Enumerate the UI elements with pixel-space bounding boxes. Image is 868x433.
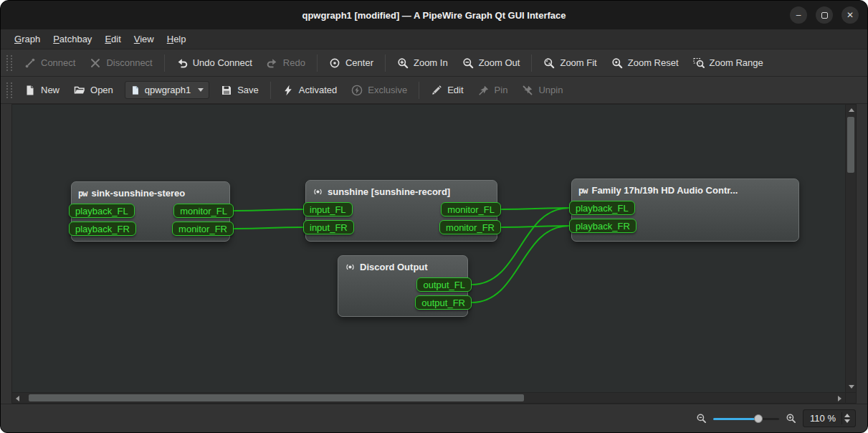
menu-edit[interactable]: Edit — [98, 31, 127, 47]
horizontal-scrollbar[interactable] — [12, 392, 845, 403]
edit-label: Edit — [447, 85, 463, 95]
zoom-reset-label: Zoom Reset — [628, 57, 679, 68]
save-label: Save — [237, 85, 259, 95]
scroll-left-button[interactable] — [12, 393, 23, 404]
port-in-input_FL[interactable]: input_FL — [303, 202, 353, 217]
horizontal-scroll-thumb[interactable] — [29, 394, 524, 401]
toolbar-drag-handle[interactable] — [6, 55, 12, 71]
center-label: Center — [345, 57, 373, 68]
center-button[interactable]: Center — [323, 54, 380, 72]
port-in-playback_FL[interactable]: playback_FL — [69, 204, 135, 218]
pin-icon — [478, 85, 490, 96]
toolbar-separator — [164, 54, 165, 72]
port-in-input_FR[interactable]: input_FR — [303, 220, 354, 234]
port-out-output_FL[interactable]: output_FL — [416, 277, 472, 292]
spin-up-icon[interactable] — [844, 414, 850, 417]
zoom-slider-handle[interactable] — [754, 414, 763, 423]
center-icon — [329, 57, 340, 69]
vertical-scroll-thumb[interactable] — [847, 117, 854, 173]
node-title: Discord Output — [360, 262, 428, 272]
new-file-icon — [24, 85, 36, 96]
spin-down-icon[interactable] — [844, 419, 850, 423]
redo-button[interactable]: Redo — [260, 54, 312, 72]
graph-node-family-hd-audio[interactable]: pwFamily 17h/19h HD Audio Contr...playba… — [571, 179, 799, 242]
zoom-out-button[interactable]: Zoom Out — [456, 54, 527, 72]
activated-button[interactable]: Activated — [276, 81, 343, 100]
exclusive-label: Exclusive — [368, 85, 407, 95]
port-out-monitor_FL[interactable]: monitor_FL — [441, 202, 501, 217]
connection-edge[interactable] — [234, 227, 303, 229]
scroll-right-button[interactable] — [834, 393, 845, 404]
exclusive-button[interactable]: Exclusive — [345, 81, 414, 100]
scroll-down-button[interactable] — [846, 381, 857, 392]
undo-connect-button[interactable]: Undo Connect — [170, 54, 259, 72]
vertical-scroll-track[interactable] — [846, 115, 856, 381]
toolbar-separator — [419, 82, 419, 99]
unpin-button[interactable]: Unpin — [515, 81, 569, 100]
menu-patchbay[interactable]: Patchbay — [47, 31, 98, 47]
horizontal-scroll-track[interactable] — [23, 393, 834, 403]
toolbar-separator — [270, 82, 271, 99]
port-out-monitor_FR[interactable]: monitor_FR — [172, 222, 234, 236]
unpin-icon — [522, 85, 533, 96]
save-button[interactable]: Save — [214, 81, 265, 100]
arrow-down-icon — [849, 385, 854, 389]
graph-node-sink-sunshine-stereo[interactable]: pwsink-sunshine-stereoplayback_FLmonitor… — [71, 181, 230, 242]
new-button[interactable]: New — [18, 81, 66, 100]
menu-view[interactable]: View — [128, 31, 161, 47]
scroll-up-button[interactable] — [846, 105, 857, 115]
spinbox-arrows — [841, 412, 852, 424]
zoom-reset-button[interactable]: Zoom Reset — [605, 54, 685, 72]
port-in-playback_FR[interactable]: playback_FR — [569, 219, 636, 233]
zoom-range-label: Zoom Range — [710, 57, 763, 68]
zoom-reset-icon — [611, 57, 623, 69]
open-button[interactable]: Open — [67, 81, 120, 100]
graph-node-sunshine[interactable]: sunshine [sunshine-record]input_FLmonito… — [305, 180, 497, 242]
zoom-in-icon — [397, 57, 409, 69]
toolbar-separator — [531, 54, 532, 72]
connection-edge[interactable] — [234, 209, 303, 211]
statusbar: 110 % — [1, 404, 867, 432]
pencil-icon — [431, 85, 442, 96]
port-out-output_FR[interactable]: output_FR — [415, 295, 472, 310]
connect-button[interactable]: Connect — [18, 54, 82, 72]
port-out-monitor_FL[interactable]: monitor_FL — [173, 204, 234, 218]
redo-label: Redo — [283, 57, 305, 68]
menu-graph[interactable]: Graph — [8, 31, 47, 47]
zoom-slider[interactable] — [713, 412, 779, 425]
vertical-scrollbar[interactable] — [845, 105, 856, 392]
file-toolbar: New Open qpwgraph1 Save Activated Exclus… — [1, 77, 867, 104]
graph-view-frame: pwsink-sunshine-stereoplayback_FLmonitor… — [11, 104, 857, 404]
toolbar-drag-handle[interactable] — [6, 82, 12, 98]
port-out-monitor_FR[interactable]: monitor_FR — [439, 220, 501, 234]
zoom-out-label: Zoom Out — [479, 57, 520, 68]
zoom-spinbox[interactable]: 110 % — [803, 409, 856, 427]
zoom-in-small-icon[interactable] — [786, 413, 796, 424]
disconnect-button[interactable]: Disconnect — [83, 54, 158, 72]
patchbay-select[interactable]: qpwgraph1 — [125, 81, 209, 99]
port-in-playback_FR[interactable]: playback_FR — [69, 222, 136, 236]
titlebar[interactable]: qpwgraph1 [modified] — A PipeWire Graph … — [1, 1, 867, 29]
close-button[interactable]: ✕ — [841, 6, 859, 24]
node-title: sink-sunshine-stereo — [91, 188, 185, 199]
menu-help[interactable]: Help — [161, 31, 193, 47]
open-label: Open — [90, 85, 113, 95]
zoom-out-icon — [462, 57, 474, 69]
undo-icon — [176, 57, 188, 69]
zoom-out-small-icon[interactable] — [696, 413, 707, 424]
zoom-in-button[interactable]: Zoom In — [391, 54, 454, 72]
toolbar-separator — [317, 54, 318, 72]
minimize-button[interactable]: – — [790, 6, 807, 24]
window-title: qpwgraph1 [modified] — A PipeWire Graph … — [302, 10, 566, 21]
graph-toolbar: Connect Disconnect Undo Connect Redo Cen… — [1, 49, 867, 77]
lightning-icon — [282, 85, 294, 96]
edit-button[interactable]: Edit — [424, 81, 469, 100]
graph-canvas[interactable]: pwsink-sunshine-stereoplayback_FLmonitor… — [12, 105, 845, 392]
pin-button[interactable]: Pin — [472, 81, 515, 100]
graph-node-discord-output[interactable]: Discord Outputoutput_FLoutput_FR — [338, 255, 468, 317]
connect-icon — [24, 57, 36, 69]
port-in-playback_FL[interactable]: playback_FL — [569, 201, 635, 215]
zoom-range-button[interactable]: Zoom Range — [687, 54, 770, 72]
maximize-button[interactable] — [816, 6, 833, 24]
zoom-fit-button[interactable]: Zoom Fit — [537, 54, 603, 72]
